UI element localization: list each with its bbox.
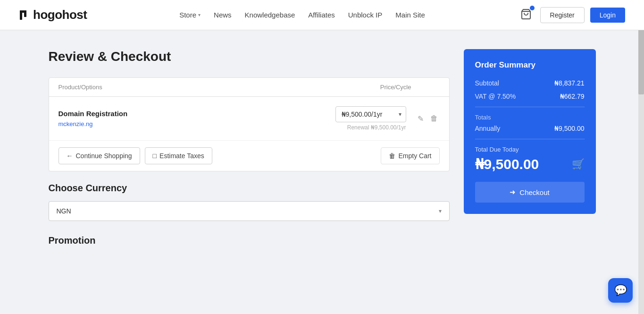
checkout-arrow-icon: ➜ [510,188,516,196]
tax-icon: □ [153,152,157,160]
cart-table-header: Product/Options Price/Cycle [49,78,449,97]
subtotal-label: Subtotal [475,79,499,87]
nav-news[interactable]: News [214,11,232,19]
continue-shopping-button[interactable]: ← Continue Shopping [59,147,140,164]
header-price: Price/Cycle [336,84,440,91]
logo-text: hogohost [33,8,87,22]
estimate-taxes-button[interactable]: □ Estimate Taxes [145,147,212,164]
subtotal-row: Subtotal ₦8,837.21 [475,79,585,87]
annually-value: ₦9,500.00 [554,125,585,132]
cart-table: Product/Options Price/Cycle Domain Regis… [49,77,450,171]
nav-main-site[interactable]: Main Site [395,11,425,19]
edit-icon[interactable]: ✎ [416,112,426,125]
product-name: Domain Registration [59,110,336,118]
scrollbar[interactable] [638,0,644,272]
header-actions: Register Login [518,6,625,25]
nav-affiliates[interactable]: Affiliates [308,11,335,19]
action-icons: ✎ 🗑 [416,112,440,125]
register-button[interactable]: Register [540,7,585,23]
login-button[interactable]: Login [590,8,625,23]
cart-action-right: 🗑 Empty Cart [381,147,439,164]
annually-label: Annually [475,125,501,132]
header: hogohost Store ▾ News Knowledgebase Affi… [0,0,644,30]
vat-label: VAT @ 7.50% [475,93,516,100]
right-section: Order Summary Subtotal ₦8,837.21 VAT @ 7… [464,49,596,254]
total-due-label: Total Due Today [475,146,585,153]
order-summary: Order Summary Subtotal ₦8,837.21 VAT @ 7… [464,49,596,214]
cart-action-left: ← Continue Shopping □ Estimate Taxes [59,147,212,164]
currency-dropdown-icon: ▾ [439,208,442,214]
cart-summary-icon: 🛒 [572,158,585,170]
empty-cart-label: Empty Cart [398,152,431,160]
store-dropdown-icon: ▾ [198,12,201,17]
arrow-left-icon: ← [67,152,73,160]
price-select[interactable]: ₦9,500.00/1yr [335,106,406,122]
currency-section: Choose Currency NGN USD GBP EUR ▾ [49,183,450,221]
logo[interactable]: hogohost [19,8,87,22]
nav-store[interactable]: Store ▾ [179,11,201,19]
divider-2 [475,139,585,139]
logo-icon [19,8,32,22]
estimate-taxes-label: Estimate Taxes [159,152,204,160]
totals-label: Totals [475,114,585,121]
cart-button[interactable] [518,6,535,25]
trash-icon: 🗑 [389,152,395,160]
renewal-text: Renewal ₦9,500.00/1yr [347,124,406,131]
summary-title: Order Summary [475,60,585,70]
left-section: Review & Checkout Product/Options Price/… [49,49,450,254]
currency-select-wrap[interactable]: NGN USD GBP EUR ▾ [49,201,450,221]
svg-rect-2 [24,10,26,17]
vat-value: ₦662.79 [560,93,585,100]
nav-unblock[interactable]: Unblock IP [348,11,383,19]
currency-select[interactable]: NGN USD GBP EUR [57,207,439,215]
nav-knowledgebase[interactable]: Knowledgebase [245,11,295,19]
promotion-title: Promotion [49,235,450,246]
annually-row: Annually ₦9,500.00 [475,125,585,132]
total-due-value: ₦9,500.00 [475,156,539,172]
total-due-amount: ₦9,500.00 🛒 [475,156,585,172]
page-title: Review & Checkout [49,49,450,64]
table-row: Domain Registration mckenzie.ng ₦9,500.0… [49,97,449,141]
promotion-section: Promotion [49,235,450,246]
delete-icon[interactable]: 🗑 [428,112,440,125]
cart-actions: ← Continue Shopping □ Estimate Taxes 🗑 E… [49,141,449,171]
currency-title: Choose Currency [49,183,450,194]
price-col: ₦9,500.00/1yr ▾ Renewal ₦9,500.00/1yr [335,106,406,131]
price-select-wrap: ₦9,500.00/1yr ▾ [335,106,406,122]
cart-badge [530,6,535,10]
vat-row: VAT @ 7.50% ₦662.79 [475,93,585,100]
cart-icon [520,8,532,20]
divider-1 [475,107,585,107]
checkout-button[interactable]: ➜ Checkout [475,182,585,203]
continue-shopping-label: Continue Shopping [76,152,132,160]
empty-cart-button[interactable]: 🗑 Empty Cart [381,147,439,164]
main-content: Review & Checkout Product/Options Price/… [20,30,624,272]
product-info: Domain Registration mckenzie.ng [59,110,336,128]
subtotal-value: ₦8,837.21 [554,79,585,87]
header-product: Product/Options [59,84,336,91]
price-cell: ₦9,500.00/1yr ▾ Renewal ₦9,500.00/1yr ✎ … [336,106,440,131]
checkout-label: Checkout [519,188,549,196]
main-nav: Store ▾ News Knowledgebase Affiliates Un… [179,11,425,19]
product-link[interactable]: mckenzie.ng [59,120,93,127]
